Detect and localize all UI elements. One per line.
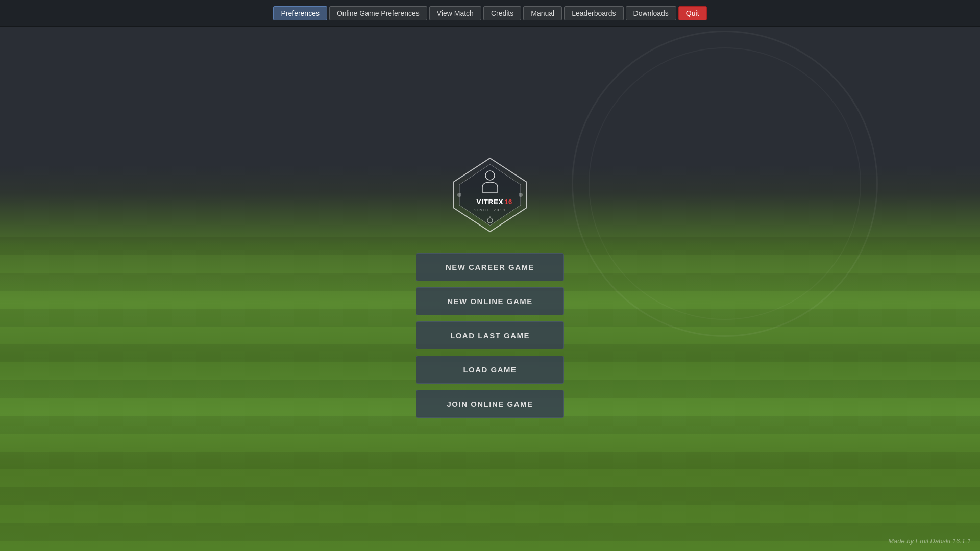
nav-credits[interactable]: Credits (483, 6, 521, 20)
join-online-game-button[interactable]: JOIN ONLINE GAME (416, 390, 564, 418)
nav-downloads[interactable]: Downloads (626, 6, 676, 20)
navbar: Preferences Online Game Preferences View… (0, 0, 980, 27)
svg-text:SINCE 2011: SINCE 2011 (474, 208, 506, 212)
load-game-button[interactable]: LOAD GAME (416, 356, 564, 384)
nav-online-game-preferences[interactable]: Online Game Preferences (329, 6, 427, 20)
logo-svg: VITREX VITREX 16 SINCE 2011 (449, 154, 531, 236)
menu-buttons: NEW CAREER GAME NEW ONLINE GAME LOAD LAS… (416, 253, 564, 418)
nav-preferences[interactable]: Preferences (273, 6, 327, 20)
nav-manual[interactable]: Manual (523, 6, 562, 20)
svg-point-10 (519, 193, 523, 197)
load-last-game-button[interactable]: LOAD LAST GAME (416, 321, 564, 349)
new-career-game-button[interactable]: NEW CAREER GAME (416, 253, 564, 281)
main-content: VITREX VITREX 16 SINCE 2011 NEW CAREER G… (0, 0, 980, 551)
svg-text:16: 16 (505, 198, 512, 206)
nav-leaderboards[interactable]: Leaderboards (564, 6, 623, 20)
new-online-game-button[interactable]: NEW ONLINE GAME (416, 287, 564, 315)
svg-point-9 (457, 193, 461, 197)
version-text: Made by Emil Dabski 16.1.1 (888, 537, 971, 545)
logo-container: VITREX VITREX 16 SINCE 2011 (449, 154, 531, 238)
svg-text:VITREX: VITREX (477, 198, 504, 206)
nav-quit[interactable]: Quit (678, 6, 707, 20)
nav-view-match[interactable]: View Match (429, 6, 481, 20)
